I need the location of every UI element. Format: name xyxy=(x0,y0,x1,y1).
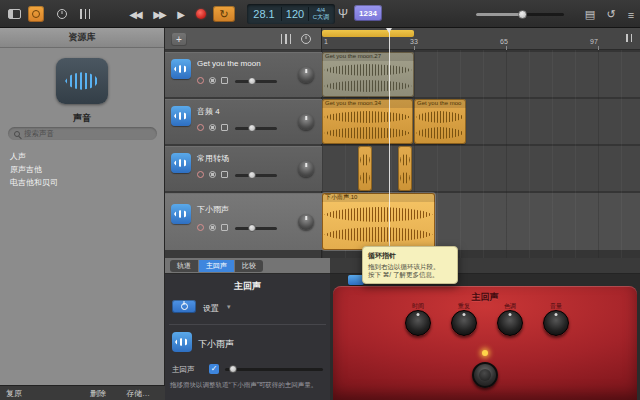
repeats-knob[interactable] xyxy=(451,310,477,336)
tab-track[interactable]: 轨道 xyxy=(170,260,198,272)
library-toggle-button[interactable] xyxy=(5,6,23,22)
mute-button[interactable] xyxy=(221,224,228,231)
settings-dropdown[interactable]: 设置 xyxy=(203,303,219,314)
region-label: Get you the moon.27 xyxy=(322,52,414,61)
send-slider[interactable] xyxy=(225,368,323,371)
volume-thumb[interactable] xyxy=(248,124,256,132)
audio-region[interactable]: Get you the moo xyxy=(414,99,466,144)
smart-controls-panel: 主回声 设置 ▾ 下小雨声 主回声 ✓ 拖移滑块以调整轨道“下小雨声”可获得的主… xyxy=(165,274,330,400)
revert-button[interactable]: 复原 xyxy=(6,386,22,400)
footswitch-button[interactable] xyxy=(472,362,498,388)
tone-knob[interactable] xyxy=(497,310,523,336)
audio-region[interactable] xyxy=(398,146,412,191)
track-header-row-selected[interactable]: 下小雨声 xyxy=(165,193,322,250)
send-slider-thumb[interactable] xyxy=(229,365,237,373)
volume-thumb[interactable] xyxy=(518,10,527,19)
tuner-button[interactable] xyxy=(78,8,92,20)
search-input[interactable] xyxy=(24,129,151,138)
region-waveform xyxy=(360,154,370,166)
input-monitor-icon[interactable] xyxy=(209,224,216,231)
rewind-button[interactable]: ◀◀ xyxy=(124,5,146,23)
volume-thumb[interactable] xyxy=(248,77,256,85)
power-button[interactable] xyxy=(172,300,196,313)
level-knob[interactable] xyxy=(543,310,569,336)
knob-icon xyxy=(57,9,67,19)
power-icon xyxy=(181,303,188,310)
record-enable-icon[interactable] xyxy=(197,171,204,178)
cycle-button[interactable]: ↻ xyxy=(213,6,235,22)
add-track-button[interactable]: + xyxy=(171,32,187,46)
volume-thumb[interactable] xyxy=(248,224,256,232)
search-icon xyxy=(14,131,20,137)
input-monitor-icon[interactable] xyxy=(209,171,216,178)
record-enable-icon[interactable] xyxy=(197,124,204,131)
time-knob[interactable] xyxy=(405,310,431,336)
notepad-icon: ▤ xyxy=(585,8,595,21)
rewind-icon: ◀◀ xyxy=(129,9,140,20)
quick-help-button[interactable] xyxy=(28,6,44,22)
track-volume-slider[interactable] xyxy=(235,174,277,177)
library-panel-icon xyxy=(8,9,21,19)
send-checkbox[interactable]: ✓ xyxy=(209,364,219,374)
play-button[interactable]: ▶ xyxy=(172,5,190,23)
record-enable-icon[interactable] xyxy=(197,77,204,84)
forward-button[interactable]: ▶▶ xyxy=(148,5,170,23)
audio-region[interactable]: Get you the moon.34 xyxy=(322,99,413,144)
pan-knob[interactable] xyxy=(298,114,314,130)
audio-region[interactable] xyxy=(358,146,372,191)
track-volume-slider[interactable] xyxy=(235,127,277,130)
timeline-ruler[interactable]: 1 33 65 97 xyxy=(322,28,640,50)
record-enable-icon[interactable] xyxy=(197,224,204,231)
mute-button[interactable] xyxy=(221,124,228,131)
playhead[interactable] xyxy=(389,28,390,258)
pan-knob[interactable] xyxy=(298,214,314,230)
zoom-slider[interactable] xyxy=(626,34,634,42)
sidebar-item-acoustic-guitar[interactable]: 原声吉他 xyxy=(0,163,164,176)
pan-knob[interactable] xyxy=(298,161,314,177)
tempo-value: 120 xyxy=(282,8,308,20)
mute-button[interactable] xyxy=(221,77,228,84)
delete-button[interactable]: 删除 xyxy=(90,386,106,400)
track-header-row[interactable]: 音频 4 xyxy=(165,99,322,144)
media-browser-button[interactable]: ≡ xyxy=(624,8,638,21)
plugin-title: 主回声 xyxy=(165,280,330,293)
loop-browser-button[interactable]: ↺ xyxy=(604,8,618,21)
track-icon xyxy=(171,59,191,79)
track-chip-name: 下小雨声 xyxy=(198,338,234,351)
tab-master-echo[interactable]: 主回声 xyxy=(199,260,234,272)
cycle-region-bar[interactable] xyxy=(322,30,414,37)
pan-knob[interactable] xyxy=(298,67,314,83)
sidebar-item-electric-guitar-bass[interactable]: 电吉他和贝司 xyxy=(0,176,164,189)
tab-compare[interactable]: 比较 xyxy=(235,260,263,272)
sound-patch-tile[interactable] xyxy=(56,58,108,104)
input-monitor-icon[interactable] xyxy=(209,124,216,131)
count-in-button[interactable]: 1234 xyxy=(354,5,382,21)
audio-region[interactable]: Get you the moon.27 xyxy=(322,52,414,97)
search-field[interactable] xyxy=(8,127,157,140)
input-monitor-icon[interactable] xyxy=(209,77,216,84)
lcd-display[interactable]: 28.1 120 4/4 C大调 xyxy=(247,4,335,24)
region-waveform xyxy=(400,172,410,184)
track-header-row[interactable]: 常用转场 xyxy=(165,146,322,191)
volume-thumb[interactable] xyxy=(248,171,256,179)
tuning-fork-icon: Ψ xyxy=(338,7,348,21)
track-header-row[interactable]: Get you the moon xyxy=(165,52,322,97)
track-volume-slider[interactable] xyxy=(235,80,277,83)
region-waveform xyxy=(324,80,412,92)
track-icon xyxy=(171,204,191,224)
notepad-button[interactable]: ▤ xyxy=(583,8,597,21)
master-volume-slider[interactable] xyxy=(476,13,564,16)
record-button[interactable] xyxy=(192,5,210,23)
automation-icon[interactable] xyxy=(301,34,311,44)
mute-button[interactable] xyxy=(221,171,228,178)
smart-controls-button[interactable] xyxy=(54,7,70,21)
sidebar-item-vocals[interactable]: 人声 xyxy=(0,150,164,163)
play-icon: ▶ xyxy=(177,9,185,20)
mixer-icon[interactable] xyxy=(281,34,291,44)
track-volume-slider[interactable] xyxy=(235,227,277,230)
ruler-tickmark xyxy=(506,46,507,50)
audio-region-selected[interactable]: 下小雨声.10 xyxy=(322,193,435,250)
waveform-icon xyxy=(174,65,188,73)
save-button[interactable]: 存储… xyxy=(126,386,150,400)
tuning-fork-button[interactable]: Ψ xyxy=(336,6,350,22)
